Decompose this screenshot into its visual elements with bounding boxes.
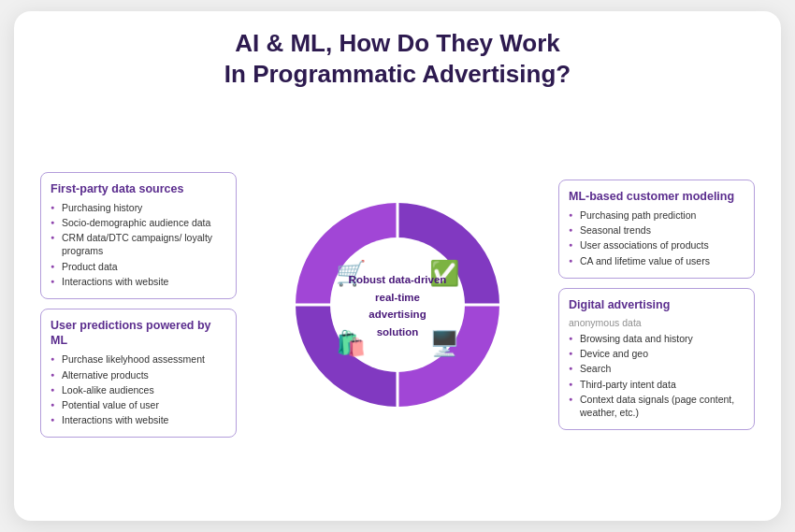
right-panel: ML-based customer modeling Purchasing pa… [558,180,755,430]
list-item: Potential value of user [51,398,226,411]
list-item: Search [569,362,744,375]
first-party-title: First-party data sources [51,181,226,196]
list-item: Interactions with website [51,275,226,288]
ml-customer-title: ML-based customer modeling [569,189,744,204]
list-item: Context data signals (page content, weat… [569,393,744,419]
digital-advertising-subtitle: anonymous data [569,317,744,328]
first-party-list: Purchasing history Socio-demographic aud… [51,201,226,288]
page-title: AI & ML, How Do They Work In Programmati… [224,28,571,89]
user-predictions-section: User predictions powered by ML Purchase … [40,309,237,438]
donut-center-text: Robust data-drivenreal-time advertisings… [349,274,447,338]
list-item: Product data [51,260,226,273]
list-item: User associations of products [569,238,744,252]
center-donut: 🛒 ✅ 🛍️ 🖥️ Robust data-drivenreal-time ad… [237,169,558,440]
digital-advertising-title: Digital advertising [569,297,744,312]
list-item: Interactions with website [51,413,226,426]
first-party-data-section: First-party data sources Purchasing hist… [40,172,237,299]
ml-customer-modeling-section: ML-based customer modeling Purchasing pa… [558,180,755,279]
digital-advertising-list: Browsing data and history Device and geo… [569,332,744,419]
ml-customer-list: Purchasing path prediction Seasonal tren… [569,208,744,267]
user-predictions-title: User predictions powered by ML [51,318,226,349]
list-item: CRM data/DTC campaigns/ loyalty programs [51,231,226,257]
content-area: First-party data sources Purchasing hist… [40,102,755,508]
left-panel: First-party data sources Purchasing hist… [40,172,237,439]
list-item: Purchasing path prediction [569,208,744,222]
list-item: CA and lifetime value of users [569,254,744,267]
list-item: Device and geo [569,347,744,360]
list-item: Alternative products [51,368,226,381]
digital-advertising-section: Digital advertising anonymous data Brows… [558,288,755,430]
main-card: AI & ML, How Do They Work In Programmati… [14,11,781,521]
list-item: Socio-demographic audience data [51,216,226,229]
list-item: Seasonal trends [569,223,744,237]
list-item: Purchasing history [51,201,226,214]
list-item: Look-alike audiences [51,383,226,396]
list-item: Purchase likelyhood assessment [51,352,226,366]
list-item: Browsing data and history [569,332,744,345]
list-item: Third-party intent data [569,378,744,391]
user-predictions-list: Purchase likelyhood assessment Alternati… [51,352,226,426]
donut-center-label: Robust data-drivenreal-time advertisings… [346,270,449,339]
